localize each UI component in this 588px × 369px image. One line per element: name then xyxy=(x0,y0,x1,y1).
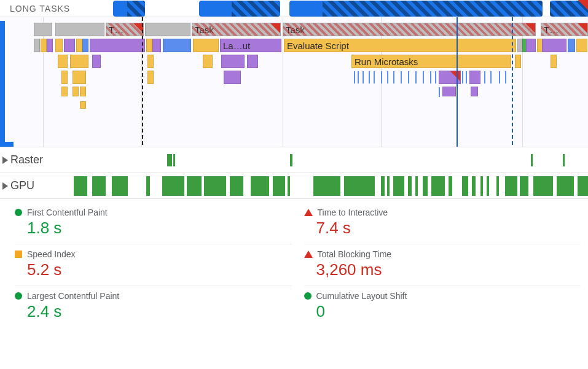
main-thread-flame-chart[interactable]: T… Task Task T… La…ut Evaluate Script xyxy=(0,17,588,147)
long-task-block[interactable] xyxy=(199,1,280,17)
long-task-block[interactable] xyxy=(289,1,543,17)
evaluate-script-segment[interactable]: Evaluate Script xyxy=(284,39,516,52)
long-task-block[interactable] xyxy=(113,1,145,17)
task-segment[interactable]: T… xyxy=(106,23,144,36)
timeline-marker-dashed[interactable] xyxy=(512,17,513,147)
raster-track-row[interactable]: Raster xyxy=(0,147,588,173)
gpu-lane[interactable] xyxy=(74,174,588,198)
timeline-cursor[interactable] xyxy=(457,17,458,147)
gpu-track-label[interactable]: GPU xyxy=(0,179,74,192)
status-bad-icon xyxy=(304,251,313,258)
metric-tti[interactable]: Time to Interactive 7.4 s xyxy=(304,203,581,244)
metric-value: 1.8 s xyxy=(15,219,292,238)
metric-value: 2.4 s xyxy=(15,302,292,321)
long-tasks-label: LONG TASKS xyxy=(0,4,111,14)
metric-label: Largest Contentful Paint xyxy=(27,291,119,301)
disclosure-triangle-icon[interactable] xyxy=(2,182,8,190)
status-warn-icon xyxy=(15,251,22,258)
metric-label: Time to Interactive xyxy=(318,208,388,217)
timeline-marker-dashed[interactable] xyxy=(142,17,143,147)
metric-value: 3,260 ms xyxy=(304,260,581,279)
metric-label: First Contentful Paint xyxy=(27,208,108,217)
task-segment[interactable]: Task xyxy=(283,23,536,36)
main-thread-stub xyxy=(0,142,14,147)
metric-lcp[interactable]: Largest Contentful Paint 2.4 s xyxy=(15,286,292,327)
metric-speed-index[interactable]: Speed Index 5.2 s xyxy=(15,244,292,286)
status-good-icon xyxy=(304,292,312,300)
long-tasks-row: LONG TASKS xyxy=(0,0,588,17)
raster-lane[interactable] xyxy=(74,148,588,173)
gpu-track-row[interactable]: GPU xyxy=(0,173,588,199)
metric-cls[interactable]: Cumulative Layout Shift 0 xyxy=(304,286,581,327)
metric-value: 5.2 s xyxy=(15,260,292,279)
metric-label: Speed Index xyxy=(27,249,76,259)
raster-label-text: Raster xyxy=(10,153,43,166)
task-segment[interactable]: Task xyxy=(192,23,281,36)
run-microtasks-segment[interactable]: Run Microtasks xyxy=(351,55,511,68)
metric-value: 7.4 s xyxy=(304,219,581,238)
disclosure-triangle-icon[interactable] xyxy=(2,157,8,164)
metric-label: Total Blocking Time xyxy=(318,249,392,259)
task-segment[interactable]: T… xyxy=(541,23,588,36)
gpu-label-text: GPU xyxy=(10,179,34,192)
performance-metrics-grid: First Contentful Paint 1.8 s Time to Int… xyxy=(0,199,588,327)
status-good-icon xyxy=(15,292,22,300)
long-tasks-lane[interactable] xyxy=(111,1,588,17)
metric-tbt[interactable]: Total Blocking Time 3,260 ms xyxy=(304,244,581,286)
status-bad-icon xyxy=(304,209,313,216)
status-good-icon xyxy=(15,209,22,216)
raster-track-label[interactable]: Raster xyxy=(0,153,74,166)
metric-fcp[interactable]: First Contentful Paint 1.8 s xyxy=(15,203,292,244)
metric-label: Cumulative Layout Shift xyxy=(316,291,407,301)
metric-value: 0 xyxy=(304,302,581,321)
layout-segment[interactable]: La…ut xyxy=(220,39,281,52)
